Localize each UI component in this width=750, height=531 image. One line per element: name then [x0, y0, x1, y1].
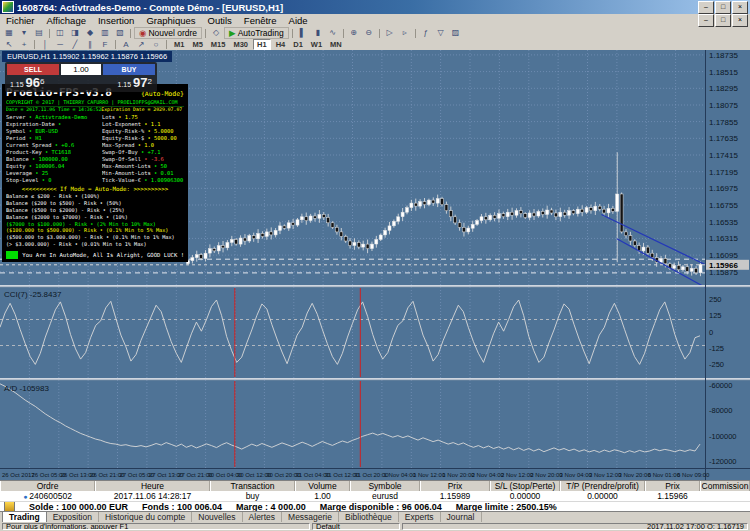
- tab-alertes[interactable]: Alertes: [243, 512, 282, 522]
- line-chart-icon[interactable]: ∿: [326, 28, 340, 38]
- column-header-9[interactable]: Commission: [700, 481, 750, 491]
- minimize-button[interactable]: –: [698, 1, 714, 14]
- arrow-icon[interactable]: ↗: [134, 40, 148, 50]
- chart-dropdown-icon[interactable]: ▾: [17, 28, 31, 38]
- column-header-8[interactable]: Prix: [645, 481, 700, 491]
- bar-chart-icon[interactable]: ▌: [296, 28, 310, 38]
- indicators-icon[interactable]: ƒ: [419, 28, 433, 38]
- ea-info-left: Product-Key • TC1618: [6, 149, 102, 156]
- time-axis-label: 3 Nov 04:00: [560, 472, 593, 478]
- svg-text:-100000: -100000: [709, 432, 737, 441]
- column-header-5[interactable]: Prix: [420, 481, 490, 491]
- crosshair-icon[interactable]: +: [17, 40, 31, 50]
- buy-button[interactable]: BUY: [103, 64, 155, 75]
- cursor-icon[interactable]: ↖: [2, 40, 16, 50]
- zoom-out-icon[interactable]: ⊖: [362, 28, 376, 38]
- chart-restore-button[interactable]: □: [715, 14, 731, 27]
- new-chart-icon[interactable]: ▦: [2, 28, 16, 38]
- column-header-4[interactable]: Symbole: [350, 481, 420, 491]
- navigator-icon[interactable]: ◆: [83, 28, 97, 38]
- ea-risk-row: Balance ($500 to $2000) - Risk • (25%): [6, 207, 184, 214]
- vertical-line-icon[interactable]: │: [38, 40, 52, 50]
- ea-date-row: Date = 2017.11.06 Time = 14:36:52Expirat…: [6, 107, 184, 112]
- menu-insertion[interactable]: Insertion: [92, 15, 140, 27]
- column-header-7[interactable]: T/P (Prendre/profit): [560, 481, 645, 491]
- ea-info-left: Expiration-Date •: [6, 121, 102, 128]
- autotrading-button[interactable]: ▶AutoTrading: [224, 27, 289, 39]
- order-row[interactable]: ● 2406005022017.11.06 14:28:17buy1.00eur…: [0, 491, 750, 501]
- channel-icon[interactable]: ∥: [83, 40, 97, 50]
- tab-journal[interactable]: Journal: [441, 512, 482, 522]
- tab-nouvelles[interactable]: Nouvelles: [192, 512, 242, 522]
- balance-item: Solde : 100 000.00 EUR: [29, 502, 128, 512]
- timeframe-w1[interactable]: W1: [308, 40, 325, 49]
- menu-aide[interactable]: Aide: [283, 15, 314, 27]
- maximize-button[interactable]: □: [715, 1, 731, 14]
- menu-outils[interactable]: Outils: [202, 15, 238, 27]
- timeframe-m1[interactable]: M1: [171, 40, 187, 49]
- tab-bibliothèque[interactable]: Bibliothèque: [339, 512, 399, 522]
- column-header-0[interactable]: Ordre: [0, 481, 95, 491]
- ea-info-right: Equity-Risk-% • 5.0000: [102, 128, 184, 135]
- timeframe-mn[interactable]: MN: [327, 40, 345, 49]
- chart-shift-icon[interactable]: ▹: [398, 28, 412, 38]
- lot-size-input[interactable]: 1.00: [61, 64, 101, 75]
- zoom-in-icon[interactable]: ⊕: [347, 28, 361, 38]
- tab-exposition[interactable]: Exposition: [47, 512, 99, 522]
- tab-messagerie[interactable]: Messagerie: [282, 512, 339, 522]
- ea-info-row: Expiration-Date • Lot-Exponent • 1.1: [6, 121, 184, 128]
- text-icon[interactable]: A: [119, 40, 133, 50]
- fibonacci-icon[interactable]: F: [98, 40, 112, 50]
- svg-text:-120000: -120000: [709, 457, 737, 466]
- data-window-icon[interactable]: ◨: [68, 28, 82, 38]
- market-watch-icon[interactable]: ◫: [53, 28, 67, 38]
- sell-button[interactable]: SELL: [7, 64, 59, 75]
- ea-risk-row: (> $3.000.000) - Risk • (0.01% Min to 1%…: [6, 241, 184, 248]
- ea-risk-row: ($500.000 to $3.000.000) - Risk • (0.1% …: [6, 234, 184, 241]
- status-bar: Pour plus d'informations, appuyer F1 Def…: [0, 522, 750, 531]
- svg-text:1.17415: 1.17415: [709, 151, 738, 160]
- strategy-tester-icon[interactable]: ▧: [113, 28, 127, 38]
- timeframe-m30[interactable]: M30: [230, 40, 251, 49]
- auto-scroll-icon[interactable]: ▷: [383, 28, 397, 38]
- menu-affichage[interactable]: Affichage: [41, 15, 92, 27]
- profiles-icon[interactable]: ▤: [32, 28, 46, 38]
- shapes-icon[interactable]: ○: [149, 40, 163, 50]
- templates-icon[interactable]: ▨: [449, 28, 463, 38]
- buy-price-big: 97: [133, 75, 147, 90]
- menu-fentre[interactable]: Fenêtre: [238, 15, 283, 27]
- column-header-6[interactable]: S/L (Stop/Perte): [490, 481, 560, 491]
- order-cell-sl: 0.00000: [490, 491, 560, 501]
- status-profile[interactable]: Default: [312, 523, 400, 530]
- close-button[interactable]: ×: [732, 1, 748, 14]
- menu-bar: FichierAffichageInsertionGraphiquesOutil…: [0, 14, 750, 28]
- chart-close-button[interactable]: ×: [732, 14, 748, 27]
- horizontal-line-icon[interactable]: ─: [53, 40, 67, 50]
- tab-historique-du-compte[interactable]: Historique du compte: [99, 512, 192, 522]
- terminal-icon[interactable]: ▥: [98, 28, 112, 38]
- column-header-1[interactable]: Heure: [95, 481, 210, 491]
- timeframe-h1[interactable]: H1: [253, 39, 271, 50]
- menu-fichier[interactable]: Fichier: [0, 15, 41, 27]
- trendline-icon[interactable]: ╱: [68, 40, 82, 50]
- svg-text:1.17635: 1.17635: [709, 134, 738, 143]
- svg-text:-125: -125: [709, 344, 724, 353]
- candlestick-chart-icon[interactable]: ▮: [311, 28, 325, 38]
- metaeditor-icon[interactable]: ◇: [209, 28, 223, 38]
- tab-experts[interactable]: Experts: [399, 512, 441, 522]
- menu-graphiques[interactable]: Graphiques: [140, 15, 201, 27]
- periods-icon[interactable]: ▽: [434, 28, 448, 38]
- timeframe-h4[interactable]: H4: [273, 40, 289, 49]
- menu-items: FichierAffichageInsertionGraphiquesOutil…: [0, 15, 314, 27]
- toolbar-separator: [166, 40, 167, 49]
- timeframe-d1[interactable]: D1: [290, 40, 306, 49]
- one-click-prices: 1.15 966 1.15 972: [7, 75, 155, 90]
- timeframe-m5[interactable]: M5: [189, 40, 205, 49]
- timeframe-m15[interactable]: M15: [208, 40, 229, 49]
- column-header-3[interactable]: Volume: [295, 481, 350, 491]
- column-header-2[interactable]: Transaction: [210, 481, 295, 491]
- tab-trading[interactable]: Trading: [2, 511, 47, 522]
- chart-minimize-button[interactable]: –: [698, 14, 714, 27]
- ea-info-row: Leverage • 25Min-Amount-Lots • 0.01: [6, 170, 184, 177]
- new-order-button[interactable]: ◉Nouvel ordre: [134, 27, 202, 39]
